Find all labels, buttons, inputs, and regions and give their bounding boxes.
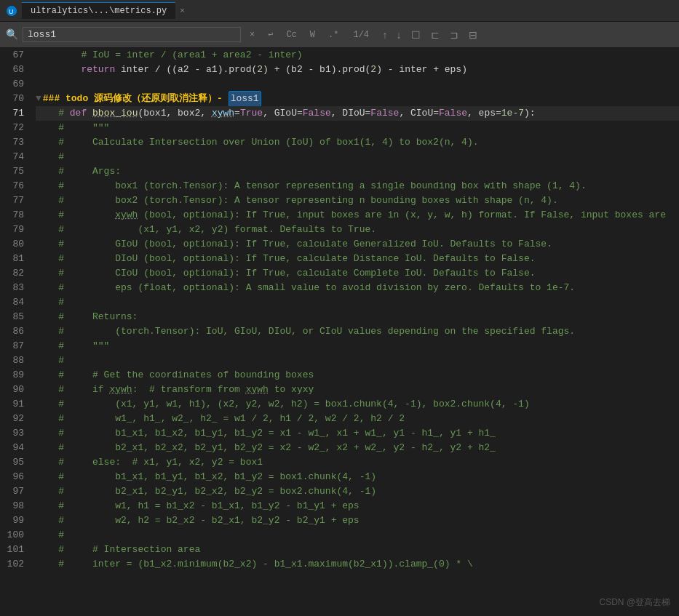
search-collapse1-btn[interactable]: ⊏	[428, 28, 442, 42]
ln-95: 95	[6, 455, 24, 470]
search-close-btn[interactable]: ×	[245, 28, 259, 42]
ln-68: 68	[6, 63, 24, 77]
editor-container: U ultralytics\...\metrics.py × 🔍 × ↩ Cc …	[0, 0, 679, 616]
search-prev-btn[interactable]: ↑	[379, 28, 390, 42]
ln-81: 81	[6, 252, 24, 266]
search-word-btn[interactable]: W	[306, 28, 319, 42]
search-nav: ↑ ↓	[379, 28, 404, 42]
ln-91: 91	[6, 397, 24, 412]
code-line-93: # b1_x1, b1_x2, b1_y1, b1_y2 = x1 - w1_,…	[36, 426, 679, 441]
code-line-74: #	[36, 150, 679, 164]
ln-101: 101	[6, 543, 24, 557]
code-line-68: return inter / ((a2 - a1).prod(2) + (b2 …	[36, 63, 679, 77]
code-line-101: # # Intersection area	[36, 543, 679, 557]
search-icon: 🔍	[6, 28, 18, 41]
code-line-96: # b1_x1, b1_y1, b1_x2, b1_y2 = box1.chun…	[36, 470, 679, 484]
code-line-91: # (x1, y1, w1, h1), (x2, y2, w2, h2) = b…	[36, 397, 679, 412]
ln-82: 82	[6, 266, 24, 281]
code-line-79: # (x1, y1, x2, y2) format. Defaults to T…	[36, 223, 679, 237]
code-line-102: # inter = (b1_x2.minimum(b2_x2) - b1_x1.…	[36, 557, 679, 572]
ln-84: 84	[6, 295, 24, 310]
search-case-btn[interactable]: Cc	[282, 28, 301, 42]
ln-69: 69	[6, 77, 24, 92]
search-extras: ☐ ⊏ ⊐ ⊟	[408, 28, 480, 42]
code-line-90: # if xywh: # transform from xywh to xyxy	[36, 383, 679, 397]
code-line-73: # Calculate Intersection over Union (IoU…	[36, 135, 679, 150]
code-line-97: # b2_x1, b2_y1, b2_x2, b2_y2 = box2.chun…	[36, 484, 679, 499]
ln-83: 83	[6, 281, 24, 295]
code-line-84: #	[36, 295, 679, 310]
watermark: CSDN @登高去梯	[599, 596, 670, 609]
ln-94: 94	[6, 441, 24, 455]
search-filter-btn[interactable]: ⊟	[466, 28, 480, 42]
code-line-94: # b2_x1, b2_x2, b2_y1, b2_y2 = x2 - w2_,…	[36, 441, 679, 455]
ln-75: 75	[6, 164, 24, 179]
ln-67: 67	[6, 48, 24, 63]
ln-93: 93	[6, 426, 24, 441]
fold-indicator: ▼	[36, 92, 41, 106]
code-line-83: # eps (float, optional): A small value t…	[36, 281, 679, 295]
ln-98: 98	[6, 499, 24, 513]
code-line-77: # box2 (torch.Tensor): A tensor represen…	[36, 193, 679, 208]
tab-close-btn[interactable]: ×	[180, 7, 185, 15]
ln-85: 85	[6, 310, 24, 324]
search-collapse2-btn[interactable]: ⊐	[447, 28, 461, 42]
ln-86: 86	[6, 324, 24, 339]
ln-74: 74	[6, 150, 24, 164]
search-regex-btn[interactable]: .*	[324, 28, 343, 42]
line-numbers: 67 68 69 70 71 72 73 74 75 76 77 78 79 8…	[0, 48, 33, 616]
ln-88: 88	[6, 353, 24, 368]
tab-filename[interactable]: ultralytics\...\metrics.py	[22, 2, 175, 19]
svg-text:U: U	[9, 8, 14, 15]
app-icon: U	[6, 5, 17, 17]
ln-100: 100	[6, 528, 24, 543]
search-input[interactable]	[28, 29, 236, 40]
search-input-wrapper[interactable]	[23, 27, 241, 42]
ln-70: 70	[6, 92, 24, 106]
code-line-95: # else: # x1, y1, x2, y2 = box1	[36, 455, 679, 470]
code-line-71: ◉ # def bbox_iou(box1, box2, xywh=True, …	[36, 106, 679, 121]
ln-73: 73	[6, 135, 24, 150]
code-line-100: #	[36, 528, 679, 543]
code-line-85: # Returns:	[36, 310, 679, 324]
ln-96: 96	[6, 470, 24, 484]
ln-71: 71	[6, 106, 24, 121]
ln-79: 79	[6, 223, 24, 237]
ln-87: 87	[6, 339, 24, 353]
code-line-70: ▼### todo 源码修改（还原则取消注释）- loss1	[36, 92, 679, 106]
code-line-75: # Args:	[36, 164, 679, 179]
code-line-88: #	[36, 353, 679, 368]
search-selection-btn[interactable]: ☐	[408, 28, 424, 42]
ln-77: 77	[6, 193, 24, 208]
ln-97: 97	[6, 484, 24, 499]
code-line-78: # xywh (bool, optional): If True, input …	[36, 208, 679, 223]
code-line-69	[36, 77, 679, 92]
search-next-btn[interactable]: ↓	[393, 28, 404, 42]
search-pin-btn[interactable]: ↩	[263, 27, 277, 42]
ln-78: 78	[6, 208, 24, 223]
ln-72: 72	[6, 121, 24, 135]
code-line-76: # box1 (torch.Tensor): A tensor represen…	[36, 179, 679, 193]
code-line-98: # w1, h1 = b1_x2 - b1_x1, b1_y2 - b1_y1 …	[36, 499, 679, 513]
search-count: 1/4	[353, 30, 375, 40]
ln-89: 89	[6, 368, 24, 383]
ln-80: 80	[6, 237, 24, 252]
code-line-92: # w1_, h1_, w2_, h2_ = w1 / 2, h1 / 2, w…	[36, 412, 679, 426]
code-line-72: # """	[36, 121, 679, 135]
code-area: 67 68 69 70 71 72 73 74 75 76 77 78 79 8…	[0, 48, 679, 616]
code-line-80: # GIoU (bool, optional): If True, calcul…	[36, 237, 679, 252]
title-bar: U ultralytics\...\metrics.py ×	[0, 0, 679, 22]
code-line-82: # CIoU (bool, optional): If True, calcul…	[36, 266, 679, 281]
ln-99: 99	[6, 513, 24, 528]
code-content[interactable]: # IoU = inter / (area1 + area2 - inter) …	[33, 48, 679, 616]
ln-90: 90	[6, 383, 24, 397]
ln-76: 76	[6, 179, 24, 193]
ln-102: 102	[6, 557, 24, 572]
search-bar: 🔍 × ↩ Cc W .* 1/4 ↑ ↓ ☐ ⊏ ⊐ ⊟	[0, 22, 679, 48]
code-line-99: # w2, h2 = b2_x2 - b2_x1, b2_y2 - b2_y1 …	[36, 513, 679, 528]
ln-92: 92	[6, 412, 24, 426]
code-line-86: # (torch.Tensor): IoU, GIoU, DIoU, or CI…	[36, 324, 679, 339]
code-line-89: # # Get the coordinates of bounding boxe…	[36, 368, 679, 383]
code-line-87: # """	[36, 339, 679, 353]
code-line-81: # DIoU (bool, optional): If True, calcul…	[36, 252, 679, 266]
